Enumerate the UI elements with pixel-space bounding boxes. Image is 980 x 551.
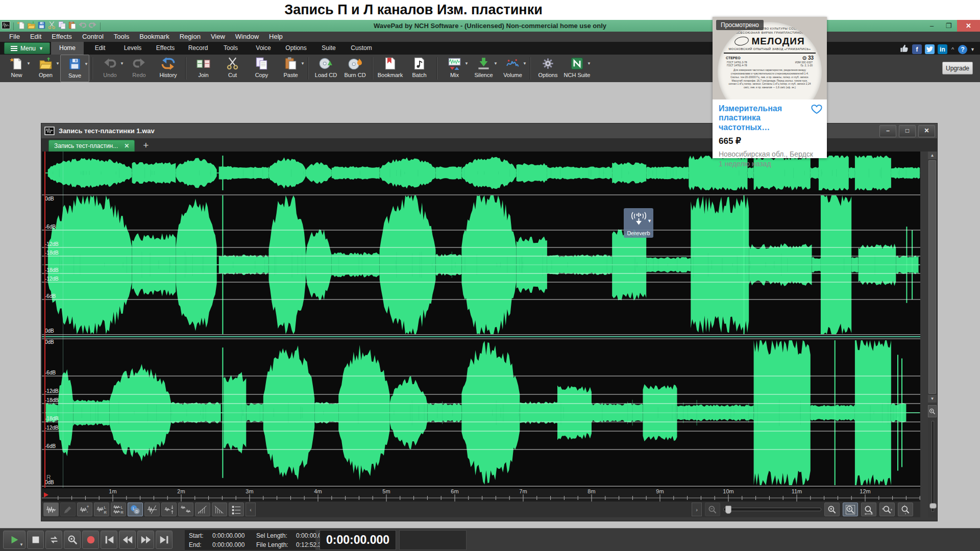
editor-restore-button[interactable]: □ [899, 125, 916, 137]
playback-cursor[interactable] [44, 152, 45, 488]
restore-button[interactable]: ❐ [940, 20, 957, 32]
toolbar-button-bookmark[interactable]: Bookmark [376, 55, 405, 82]
display-tool-level-ramp-down[interactable] [212, 503, 227, 516]
tab-effects[interactable]: Effects [149, 42, 182, 55]
fast-forward-button[interactable] [137, 531, 154, 549]
tab-suite[interactable]: Suite [312, 42, 345, 55]
editor-minimize-button[interactable]: – [879, 125, 896, 137]
tab-custom[interactable]: Custom [345, 42, 378, 55]
like-button[interactable] [899, 43, 909, 55]
display-tool-waveform-view[interactable] [43, 503, 59, 516]
zoom-horizontal-button[interactable] [879, 503, 895, 516]
toolbar-button-redo[interactable]: Redo [125, 55, 154, 82]
toolbar-button-silence[interactable]: ▼Silence [469, 55, 498, 82]
chevron-down-icon[interactable]: ▼ [587, 61, 591, 66]
display-tool-draw-tool[interactable] [60, 503, 76, 516]
minimize-button[interactable]: – [923, 20, 940, 32]
listing-photo[interactable]: МИНИСТЕРСТВО КУЛЬТУРЫ СССР ВСЕСОЮЗНАЯ ФИ… [713, 17, 827, 99]
tab-tools[interactable]: Tools [214, 42, 247, 55]
facebook-icon[interactable]: f [912, 44, 922, 54]
chevron-down-icon[interactable]: ▼ [494, 61, 498, 66]
toolbar-button-undo[interactable]: ▼Undo [95, 55, 125, 82]
scrollbar-up-button[interactable]: ▲ [928, 152, 937, 159]
toolbar-button-new[interactable]: ▼New [2, 55, 31, 82]
editor-close-button[interactable]: ✕ [918, 125, 935, 137]
toolbar-button-join[interactable]: Join [189, 55, 218, 82]
toolbar-button-burn-cd[interactable]: Burn CD [340, 55, 370, 82]
menu-item-bookmark[interactable]: Bookmark [134, 32, 175, 42]
scrub-button[interactable] [64, 531, 81, 549]
toolbar-button-options[interactable]: Options [533, 55, 562, 82]
chevron-down-icon[interactable]: ▼ [970, 47, 975, 52]
toolbar-button-copy[interactable]: Copy [247, 55, 276, 82]
linkedin-icon[interactable]: in [938, 44, 947, 54]
display-tool-channel-link[interactable]: LD [128, 503, 143, 516]
record-button[interactable] [82, 531, 99, 549]
menu-item-view[interactable]: View [206, 32, 230, 42]
display-tool-waveform-lr-split[interactable]: LR [111, 503, 126, 516]
toolbar-button-history[interactable]: History [154, 55, 183, 82]
scrollbar-down-button[interactable]: ▼ [928, 395, 937, 403]
tab-edit[interactable]: Edit [84, 42, 116, 55]
vertical-zoom-button[interactable] [928, 405, 937, 417]
toolbar-button-save[interactable]: ▼Save [60, 55, 89, 82]
chevron-down-icon[interactable]: ▼ [19, 542, 23, 547]
twitter-icon[interactable] [925, 44, 935, 54]
new-tab-button[interactable]: + [141, 139, 151, 152]
chevron-down-icon[interactable]: ▼ [523, 61, 527, 66]
zoom-in-button[interactable] [824, 503, 840, 516]
chevron-down-icon[interactable]: ▼ [120, 61, 124, 66]
timeline-ruler[interactable]: 1m2m3m4m5m6m7m8m9m10m11m12m [42, 488, 920, 502]
chevron-down-icon[interactable]: ▼ [301, 61, 305, 66]
zoom-vertical-button[interactable] [898, 503, 913, 516]
zoom-out-button[interactable] [705, 503, 720, 516]
zoom-slider-thumb[interactable] [725, 506, 731, 514]
tab-voice[interactable]: Voice [247, 42, 280, 55]
display-tool-waveform-dual[interactable] [178, 503, 193, 516]
skip-end-button[interactable] [156, 531, 173, 549]
waveform-canvas[interactable]: 0dB-6dB-12dB-18dB-18dB-12dB-6dB0dB0dB-6d… [42, 152, 920, 488]
menu-button[interactable]: Menu ▼ [4, 42, 50, 54]
toolbar-button-batch[interactable]: Batch [405, 55, 434, 82]
scrollbar-thumb[interactable] [928, 160, 936, 394]
cursor-flag-icon[interactable] [44, 492, 48, 497]
menu-item-help[interactable]: Help [264, 32, 288, 42]
rewind-button[interactable] [119, 531, 136, 549]
chevron-down-icon[interactable]: ▼ [84, 62, 88, 66]
menu-item-file[interactable]: File [4, 32, 25, 42]
listing-title[interactable]: Измерительная пластинка частотных… [719, 104, 810, 132]
stop-button[interactable] [27, 531, 44, 549]
tab-levels[interactable]: Levels [116, 42, 149, 55]
display-tool-waveform-lr[interactable]: LR [94, 503, 109, 516]
menu-item-window[interactable]: Window [230, 32, 264, 42]
skip-start-button[interactable] [101, 531, 117, 549]
tab-close-icon[interactable]: ✕ [124, 142, 129, 149]
menu-item-effects[interactable]: Effects [46, 32, 77, 42]
menu-item-control[interactable]: Control [77, 32, 109, 42]
toolbar-button-nch-suite[interactable]: ▼NCH Suite [562, 55, 592, 82]
tab-record[interactable]: Record [182, 42, 214, 55]
display-tool-waveform-plus-minus[interactable]: +- [77, 503, 92, 516]
menu-item-edit[interactable]: Edit [25, 32, 46, 42]
display-tool-waveform-updown[interactable] [161, 503, 177, 516]
favorite-heart-icon[interactable] [811, 104, 823, 117]
chevron-down-icon[interactable]: ▼ [647, 218, 652, 223]
dereverb-tool[interactable]: ▼ Dereverb [624, 208, 653, 238]
zoom-selection-button[interactable] [861, 503, 876, 516]
close-button[interactable]: ✕ [957, 20, 980, 32]
toolbar-button-mix[interactable]: ▼Mix [440, 55, 469, 82]
upgrade-button[interactable]: Upgrade [942, 62, 973, 74]
menu-item-tools[interactable]: Tools [109, 32, 134, 42]
help-icon[interactable]: ? [958, 45, 967, 54]
toolbar-button-open[interactable]: ▼Open [31, 55, 60, 82]
chevron-down-icon[interactable]: ▼ [27, 61, 31, 66]
display-tool-waveform-cross[interactable] [144, 503, 160, 516]
toolbar-button-cut[interactable]: Cut [218, 55, 247, 82]
menu-item-region[interactable]: Region [175, 32, 206, 42]
toolbar-button-load-cd[interactable]: Load CD [311, 55, 340, 82]
marketplace-card[interactable]: МИНИСТЕРСТВО КУЛЬТУРЫ СССР ВСЕСОЮЗНАЯ ФИ… [713, 17, 827, 158]
tab-home[interactable]: Home [51, 42, 84, 55]
chevron-down-icon[interactable]: ▼ [56, 61, 60, 66]
file-tab[interactable]: Запись тест-пластин... ✕ [48, 140, 135, 152]
chevron-down-icon[interactable]: ▼ [464, 61, 469, 66]
